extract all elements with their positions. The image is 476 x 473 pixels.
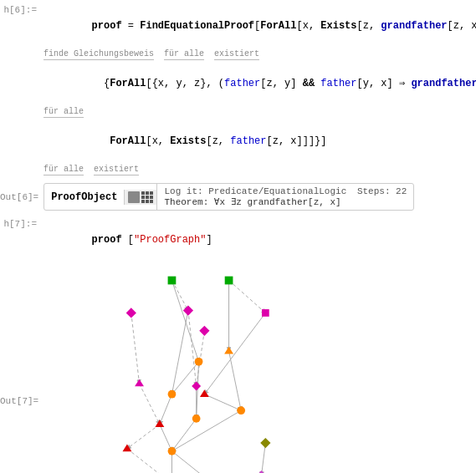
proof-object-icons — [124, 190, 156, 205]
proof-graph — [44, 266, 328, 473]
h7-label: h[7]:= — [0, 217, 42, 229]
svg-line-19 — [172, 410, 242, 451]
svg-marker-40 — [200, 389, 209, 397]
proof-log: Log it: Predicate/EquationalLogic Steps:… — [164, 186, 407, 196]
out7-label: Out[7]= — [0, 262, 44, 406]
icon-square — [128, 191, 140, 203]
h7-code: proof ["ProofGraph"] — [44, 217, 476, 262]
svg-point-39 — [168, 390, 177, 399]
svg-line-14 — [160, 394, 172, 425]
proof-theorem: Theorem: ∀x ∃z grandfather[z, x] — [164, 196, 407, 207]
svg-rect-34 — [262, 309, 269, 317]
svg-line-5 — [188, 311, 197, 386]
hint-fuer-alle-2: für alle — [44, 107, 84, 118]
svg-line-12 — [140, 384, 160, 425]
h6-line3: ForAll[x, Exists[z, father[z, x]]]}] — [44, 119, 476, 164]
svg-rect-30 — [225, 277, 233, 285]
proof-info: Log it: Predicate/EquationalLogic Steps:… — [156, 184, 413, 210]
svg-marker-38 — [192, 382, 201, 391]
icon-grid — [141, 191, 153, 203]
svg-point-42 — [192, 415, 201, 423]
svg-marker-41 — [156, 420, 165, 427]
h7-content: proof ["ProofGraph"] — [42, 217, 476, 262]
svg-point-45 — [168, 447, 177, 455]
svg-line-4 — [131, 313, 140, 384]
svg-line-20 — [127, 449, 172, 473]
svg-line-16 — [127, 425, 160, 449]
svg-point-35 — [195, 358, 203, 366]
proof-object-label: ProofObject — [44, 189, 124, 206]
hint-fuer-alle-1: für alle — [164, 49, 204, 60]
svg-line-15 — [205, 394, 242, 410]
hint-finde: finde Gleichungsbeweis — [44, 49, 154, 60]
svg-line-11 — [229, 351, 242, 410]
proof-graph-svg — [44, 266, 328, 473]
h6-hints2: für alle — [44, 107, 476, 118]
h6-hints1: finde Gleichungsbeweis für alle existier… — [44, 49, 476, 60]
svg-line-17 — [160, 425, 172, 451]
hint-existiert-2: existiert — [94, 165, 139, 175]
h6-hints3: für alle existiert — [44, 165, 476, 175]
svg-line-6 — [172, 311, 188, 394]
h7-cell: h[7]:= proof ["ProofGraph"] — [0, 214, 476, 262]
svg-line-22 — [172, 451, 213, 473]
svg-line-2 — [229, 281, 266, 313]
proof-object-box[interactable]: ProofObject Log it: Predicate/Equational… — [44, 183, 414, 211]
svg-marker-33 — [199, 326, 209, 336]
h6-cell: h[6]:= proof = FindEquationalProof[ForAl… — [0, 0, 476, 180]
svg-marker-44 — [123, 444, 132, 451]
h6-line2: {ForAll[{x, y, z}, (father[z, y] && fath… — [44, 61, 476, 106]
svg-line-9 — [172, 362, 199, 394]
out7-section: Out[7]= — [0, 262, 476, 473]
svg-marker-37 — [135, 379, 144, 387]
svg-marker-32 — [183, 305, 193, 315]
svg-marker-36 — [224, 347, 233, 354]
h6-content: proof = FindEquationalProof[ForAll[x, Ex… — [42, 3, 476, 176]
h6-line1: proof = FindEquationalProof[ForAll[x, Ex… — [44, 3, 476, 48]
hint-fuer-alle-3: für alle — [44, 165, 84, 175]
svg-point-43 — [238, 406, 246, 415]
svg-line-18 — [172, 419, 197, 451]
out6-label: Out[6]= — [0, 192, 44, 202]
h6-label: h[6]:= — [0, 3, 42, 15]
out6-row: Out[6]= ProofObject Log it: Predicate/Eq… — [0, 180, 476, 214]
hint-existiert-1: existiert — [214, 49, 259, 60]
svg-line-1 — [172, 281, 199, 362]
svg-marker-31 — [126, 308, 136, 318]
proof-steps: Steps: 22 — [357, 186, 407, 196]
svg-marker-46 — [260, 438, 270, 448]
svg-rect-29 — [168, 277, 177, 285]
